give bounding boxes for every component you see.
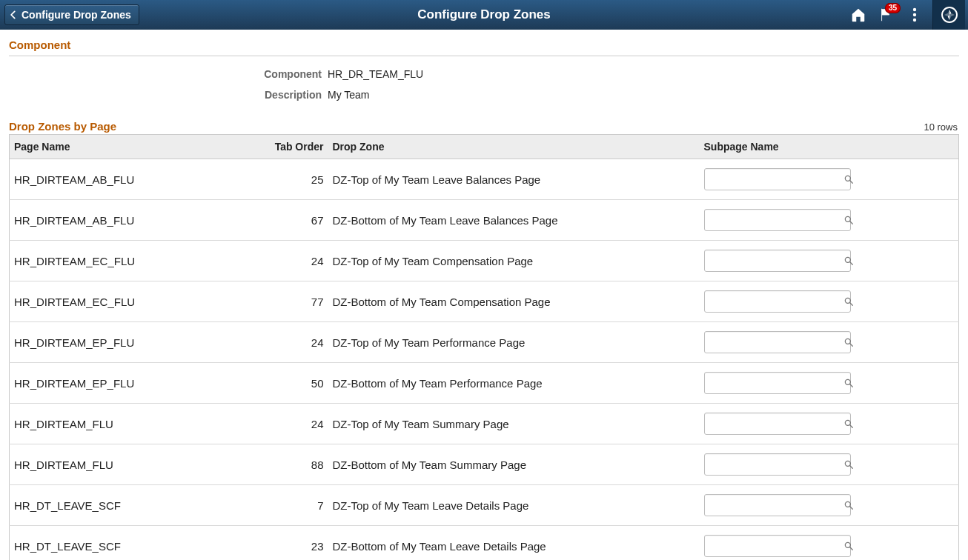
home-button[interactable] <box>848 4 869 25</box>
subpage-lookup-button[interactable] <box>843 373 854 393</box>
table-row: HR_DIRTEAM_FLU 24 DZ-Top of My Team Summ… <box>10 404 959 444</box>
subpage-input[interactable] <box>705 373 843 393</box>
svg-point-18 <box>845 461 850 466</box>
cell-drop-zone: DZ-Top of My Team Compensation Page <box>328 241 700 281</box>
cell-drop-zone: DZ-Bottom of My Team Leave Balances Page <box>328 200 700 241</box>
component-details: Component HR_DR_TEAM_FLU Description My … <box>9 56 959 117</box>
cell-subpage <box>700 281 959 322</box>
svg-point-12 <box>845 339 850 344</box>
table-row: HR_DIRTEAM_EC_FLU 77 DZ-Bottom of My Tea… <box>10 281 959 322</box>
subpage-input[interactable] <box>705 210 843 230</box>
cell-drop-zone: DZ-Top of My Team Leave Balances Page <box>328 159 700 200</box>
page-title: Configure Drop Zones <box>0 7 968 22</box>
svg-point-8 <box>845 257 850 262</box>
svg-point-16 <box>845 420 850 425</box>
svg-point-6 <box>845 216 850 221</box>
subpage-lookup-button[interactable] <box>843 291 854 312</box>
table-row: HR_DIRTEAM_FLU 88 DZ-Bottom of My Team S… <box>10 444 959 485</box>
subpage-lookup <box>704 168 851 190</box>
table-row: HR_DIRTEAM_AB_FLU 25 DZ-Top of My Team L… <box>10 159 959 200</box>
cell-tab-order: 24 <box>262 404 328 444</box>
dropzones-grid: Page Name Tab Order Drop Zone Subpage Na… <box>9 134 959 560</box>
subpage-input[interactable] <box>705 332 843 353</box>
svg-line-11 <box>849 303 852 306</box>
navbar-button[interactable] <box>932 0 965 30</box>
cell-subpage <box>700 485 959 526</box>
cell-drop-zone: DZ-Bottom of My Team Summary Page <box>328 444 700 485</box>
cell-subpage <box>700 404 959 444</box>
cell-page-name: HR_DIRTEAM_AB_FLU <box>10 200 262 241</box>
lookup-icon <box>843 256 854 266</box>
back-button-label: Configure Drop Zones <box>21 9 131 21</box>
subpage-input[interactable] <box>705 495 843 516</box>
svg-line-23 <box>849 547 852 550</box>
subpage-lookup <box>704 372 851 394</box>
col-header-tab-order[interactable]: Tab Order <box>262 135 328 159</box>
subpage-lookup <box>704 413 851 435</box>
table-row: HR_DIRTEAM_AB_FLU 67 DZ-Bottom of My Tea… <box>10 200 959 241</box>
cell-page-name: HR_DIRTEAM_AB_FLU <box>10 159 262 200</box>
subpage-lookup <box>704 209 851 231</box>
cell-page-name: HR_DIRTEAM_EC_FLU <box>10 241 262 281</box>
compass-icon <box>941 6 958 24</box>
subpage-input[interactable] <box>705 454 843 475</box>
cell-subpage <box>700 159 959 200</box>
lookup-icon <box>843 174 854 184</box>
actions-menu-button[interactable] <box>904 4 925 25</box>
subpage-lookup <box>704 494 851 516</box>
table-row: HR_DT_LEAVE_SCF 23 DZ-Bottom of My Team … <box>10 526 959 561</box>
svg-point-22 <box>845 542 850 547</box>
subpage-input[interactable] <box>705 413 843 434</box>
cell-tab-order: 7 <box>262 485 328 526</box>
cell-tab-order: 24 <box>262 322 328 363</box>
cell-page-name: HR_DIRTEAM_EP_FLU <box>10 322 262 363</box>
home-icon <box>850 7 866 23</box>
kebab-icon <box>912 7 917 22</box>
cell-drop-zone: DZ-Bottom of My Team Compensation Page <box>328 281 700 322</box>
svg-line-7 <box>849 221 852 224</box>
subpage-input[interactable] <box>705 250 843 271</box>
subpage-lookup-button[interactable] <box>843 495 854 516</box>
subpage-input[interactable] <box>705 291 843 312</box>
component-value: HR_DR_TEAM_FLU <box>328 68 423 80</box>
section-heading-component: Component <box>9 36 959 56</box>
svg-line-19 <box>849 466 852 469</box>
subpage-input[interactable] <box>705 169 843 190</box>
svg-line-15 <box>849 384 852 387</box>
subpage-lookup-button[interactable] <box>843 332 854 353</box>
section-heading-dropzones: Drop Zones by Page <box>9 117 116 134</box>
table-row: HR_DIRTEAM_EP_FLU 24 DZ-Top of My Team P… <box>10 322 959 363</box>
cell-tab-order: 67 <box>262 200 328 241</box>
subpage-lookup <box>704 290 851 313</box>
cell-page-name: HR_DT_LEAVE_SCF <box>10 526 262 561</box>
cell-subpage <box>700 363 959 404</box>
subpage-lookup-button[interactable] <box>843 250 854 271</box>
svg-line-13 <box>849 344 852 347</box>
col-header-drop-zone[interactable]: Drop Zone <box>328 135 700 159</box>
subpage-lookup-button[interactable] <box>843 536 854 556</box>
col-header-page-name[interactable]: Page Name <box>10 135 262 159</box>
cell-tab-order: 77 <box>262 281 328 322</box>
subpage-lookup-button[interactable] <box>843 413 854 434</box>
back-button[interactable]: Configure Drop Zones <box>4 4 139 25</box>
notifications-button[interactable]: 35 <box>876 4 897 25</box>
cell-tab-order: 88 <box>262 444 328 485</box>
subpage-lookup <box>704 250 851 272</box>
cell-subpage <box>700 444 959 485</box>
cell-subpage <box>700 200 959 241</box>
svg-point-20 <box>845 501 850 507</box>
subpage-lookup-button[interactable] <box>843 454 854 475</box>
lookup-icon <box>843 296 854 307</box>
subpage-lookup <box>704 331 851 353</box>
subpage-lookup-button[interactable] <box>843 210 854 230</box>
subpage-lookup <box>704 535 851 557</box>
svg-point-0 <box>913 8 916 11</box>
lookup-icon <box>843 459 854 470</box>
subpage-input[interactable] <box>705 536 843 556</box>
cell-drop-zone: DZ-Top of My Team Leave Details Page <box>328 485 700 526</box>
row-count: 10 rows <box>924 121 959 134</box>
cell-page-name: HR_DT_LEAVE_SCF <box>10 485 262 526</box>
col-header-subpage-name[interactable]: Subpage Name <box>700 135 959 159</box>
cell-drop-zone: DZ-Top of My Team Performance Page <box>328 322 700 363</box>
subpage-lookup-button[interactable] <box>843 169 854 190</box>
